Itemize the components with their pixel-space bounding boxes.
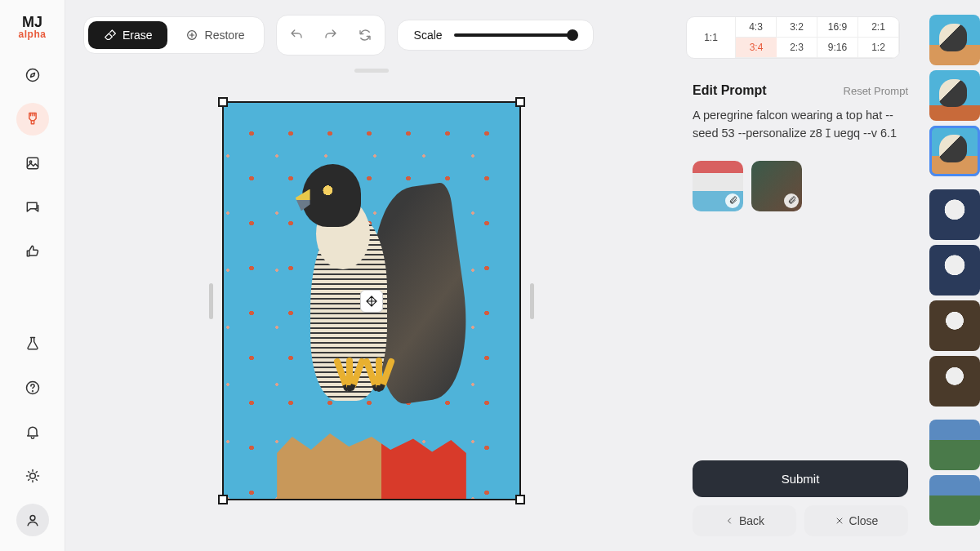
sun-icon[interactable] (16, 460, 49, 492)
scale-label: Scale (414, 29, 443, 42)
history-group (276, 15, 385, 56)
help-icon[interactable] (16, 371, 49, 404)
back-button[interactable]: Back (693, 505, 796, 536)
resize-handle-tl[interactable] (218, 97, 228, 107)
svg-point-3 (29, 161, 32, 163)
aspect-9-16[interactable]: 9:16 (817, 38, 858, 58)
submit-button[interactable]: Submit (693, 460, 908, 497)
reference-thumb-2[interactable] (751, 161, 802, 211)
aspect-2-1[interactable]: 2:1 (858, 17, 899, 38)
reference-thumb-1[interactable] (693, 161, 743, 211)
chat-icon[interactable] (16, 191, 49, 224)
canvas-notch[interactable] (354, 69, 389, 73)
erase-label: Erase (122, 29, 153, 42)
rail-thumb[interactable] (929, 15, 980, 65)
canvas-area (65, 67, 678, 551)
aspect-ratio-grid: 1:1 4:3 3:2 16:9 2:1 3:4 2:3 9:16 1:2 (686, 16, 900, 59)
aspect-3-2[interactable]: 3:2 (777, 17, 817, 38)
reset-prompt-link[interactable]: Reset Prompt (844, 85, 908, 97)
resize-handle-bl[interactable] (218, 495, 228, 504)
user-icon[interactable] (16, 504, 49, 536)
rail-thumb[interactable] (929, 245, 980, 295)
aspect-4-3[interactable]: 4:3 (736, 17, 777, 38)
edit-panel: 1:1 4:3 3:2 16:9 2:1 3:4 2:3 9:16 1:2 Ed… (678, 0, 923, 551)
rail-thumb-active[interactable] (929, 126, 980, 176)
svg-point-6 (29, 473, 35, 479)
reference-thumbnails (693, 161, 908, 211)
rail-thumb[interactable] (929, 356, 980, 407)
rail-thumb[interactable] (929, 189, 980, 240)
svg-point-7 (30, 516, 35, 521)
rail-thumb[interactable] (929, 420, 980, 470)
logo-sub: alpha (19, 29, 47, 39)
flask-icon[interactable] (16, 327, 49, 360)
sidebar-left: MJ alpha (0, 0, 65, 551)
erase-restore-group: Erase Restore (83, 16, 265, 54)
reset-button[interactable] (350, 20, 381, 51)
redo-button[interactable] (315, 20, 346, 51)
erase-button[interactable]: Erase (88, 21, 167, 49)
close-button[interactable]: Close (804, 505, 908, 536)
restore-button[interactable]: Restore (171, 21, 260, 49)
aspect-1-2[interactable]: 1:2 (858, 38, 899, 58)
app-logo: MJ alpha (19, 15, 47, 39)
aspect-1-1[interactable]: 1:1 (687, 17, 736, 58)
thumbs-up-icon[interactable] (16, 235, 49, 268)
close-label: Close (849, 514, 879, 527)
main-area: Erase Restore Scale (65, 0, 678, 551)
side-grip-left[interactable] (209, 283, 213, 319)
undo-button[interactable] (281, 20, 312, 51)
edit-prompt-title: Edit Prompt (693, 83, 767, 98)
svg-rect-2 (27, 158, 38, 168)
rail-thumb[interactable] (929, 300, 980, 351)
rail-thumb[interactable] (929, 475, 980, 526)
brush-icon[interactable] (16, 103, 49, 136)
image-canvas[interactable] (222, 101, 521, 500)
aspect-3-4[interactable]: 3:4 (736, 38, 777, 58)
back-label: Back (739, 514, 764, 527)
image-icon[interactable] (16, 147, 49, 180)
side-grip-right[interactable] (530, 283, 534, 319)
resize-handle-br[interactable] (515, 495, 525, 504)
attachment-icon (725, 193, 740, 208)
top-toolbar: Erase Restore Scale (65, 0, 678, 67)
scale-control: Scale (397, 20, 594, 51)
bell-icon[interactable] (16, 415, 49, 448)
slider-knob[interactable] (567, 29, 578, 41)
resize-handle-tr[interactable] (515, 97, 525, 107)
svg-point-0 (26, 69, 38, 82)
compass-icon[interactable] (16, 59, 49, 91)
attachment-icon (784, 193, 799, 208)
prompt-text-post: uegq --v 6.1 (834, 127, 897, 140)
thumbnail-rail (923, 0, 980, 551)
aspect-16-9[interactable]: 16:9 (817, 17, 858, 38)
prompt-input[interactable]: A peregrine falcon wearing a top hat --s… (693, 106, 908, 143)
move-icon[interactable] (360, 290, 383, 313)
logo-main: MJ (19, 15, 47, 29)
scale-slider[interactable] (454, 33, 577, 37)
aspect-2-3[interactable]: 2:3 (777, 38, 817, 58)
rail-thumb[interactable] (929, 70, 980, 121)
svg-point-5 (32, 391, 33, 392)
restore-label: Restore (205, 29, 245, 42)
text-cursor-icon (822, 127, 834, 140)
svg-marker-1 (30, 73, 34, 78)
